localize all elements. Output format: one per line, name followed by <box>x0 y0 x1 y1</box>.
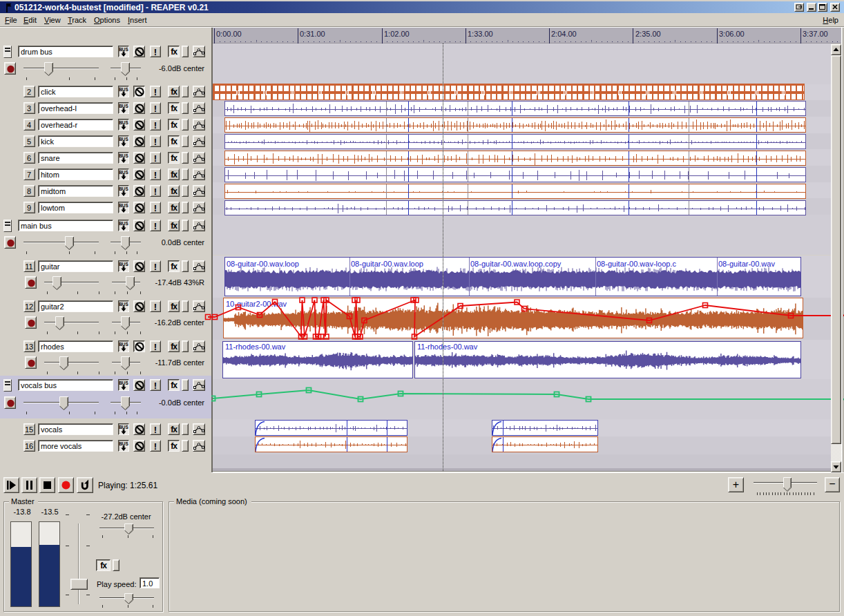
svg-text:BUS: BUS <box>119 424 128 429</box>
svg-text:BUS: BUS <box>119 153 128 157</box>
svg-text:BUS: BUS <box>119 119 128 124</box>
svg-text:BUS: BUS <box>119 103 128 108</box>
svg-text:BUS: BUS <box>119 341 128 346</box>
svg-text:BUS: BUS <box>119 136 128 141</box>
svg-text:BUS: BUS <box>119 261 128 266</box>
svg-text:BUS: BUS <box>119 169 128 174</box>
svg-text:BUS: BUS <box>119 202 128 207</box>
svg-text:BUS: BUS <box>119 186 128 191</box>
svg-text:BUS: BUS <box>119 380 128 385</box>
svg-text:BUS: BUS <box>119 86 128 91</box>
svg-text:BUS: BUS <box>119 46 128 51</box>
svg-text:BUS: BUS <box>119 301 128 306</box>
svg-text:BUS: BUS <box>119 220 128 225</box>
svg-text:BUS: BUS <box>119 441 128 445</box>
